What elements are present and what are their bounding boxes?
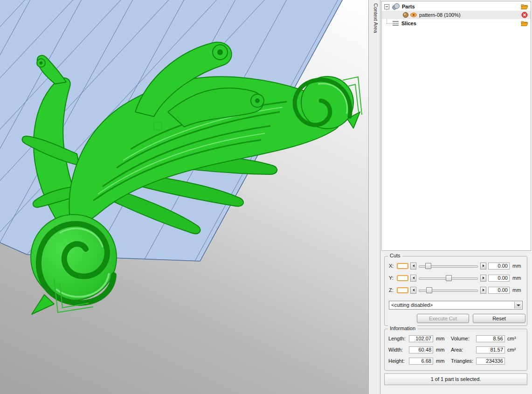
tree-label-parts: Parts xyxy=(402,4,415,9)
height-label: Height: xyxy=(388,358,409,364)
info-row-width: Width: 60.48 mm xyxy=(388,346,444,353)
cut-row-y: Y: 0.00 mm xyxy=(389,274,523,282)
cut-y-unit: mm xyxy=(511,275,523,281)
arrow-left-icon xyxy=(413,264,415,267)
width-label: Width: xyxy=(388,347,409,353)
length-unit: mm xyxy=(436,336,444,341)
visibility-eye-icon[interactable] xyxy=(410,12,417,18)
cut-y-value-input[interactable]: 0.00 xyxy=(488,275,510,282)
open-folder-icon[interactable] xyxy=(521,3,528,10)
parts-tree[interactable]: Parts pattern-08 (100%) xyxy=(381,1,531,251)
part-sphere-icon xyxy=(402,12,409,18)
volume-value-field[interactable]: 8.56 xyxy=(476,335,505,342)
arrow-right-icon xyxy=(483,276,484,279)
slices-icon xyxy=(392,20,400,27)
selection-status-text: 1 of 1 part is selected. xyxy=(431,376,481,382)
cut-axis-y-label: Y: xyxy=(389,275,395,281)
expander-icon[interactable] xyxy=(384,4,389,9)
width-value-field[interactable]: 60.48 xyxy=(409,346,433,353)
info-row-triangles: Triangles: 234336 xyxy=(451,357,507,365)
volume-label: Volume: xyxy=(451,336,476,341)
cut-axis-x-color-field[interactable] xyxy=(397,263,408,269)
context-area-label: Context Area xyxy=(370,3,379,33)
reset-button[interactable]: Reset xyxy=(473,314,525,323)
cut-z-slider[interactable] xyxy=(418,287,478,294)
information-group-title: Information xyxy=(388,325,417,331)
tree-row-parts[interactable]: Parts xyxy=(382,2,531,11)
chevron-down-icon xyxy=(517,304,520,306)
cut-axis-x-label: X: xyxy=(389,263,395,269)
area-label: Area: xyxy=(451,347,476,353)
cut-axis-y-color-field[interactable] xyxy=(397,275,408,281)
cut-z-value-input[interactable]: 0.00 xyxy=(488,287,510,294)
area-value-field[interactable]: 81.57 xyxy=(476,346,505,353)
remove-part-icon[interactable] xyxy=(521,12,528,18)
height-unit: mm xyxy=(436,358,444,364)
slider-right-arrow[interactable] xyxy=(480,275,486,282)
cut-axis-z-label: Z: xyxy=(389,287,395,293)
cut-y-slider-thumb[interactable] xyxy=(446,275,452,281)
context-area-tab[interactable]: Context Area xyxy=(368,0,380,394)
slider-right-arrow[interactable] xyxy=(480,263,486,270)
slider-left-arrow[interactable] xyxy=(410,263,416,270)
area-unit: cm² xyxy=(507,347,516,353)
info-row-volume: Volume: 8.56 cm³ xyxy=(451,335,516,342)
arrow-left-icon xyxy=(413,276,415,279)
volume-unit: cm³ xyxy=(507,336,516,341)
arrow-right-icon xyxy=(483,289,484,291)
cut-x-slider[interactable] xyxy=(418,263,478,270)
cut-y-slider[interactable] xyxy=(418,275,478,282)
length-label: Length: xyxy=(388,336,409,341)
scene-canvas[interactable] xyxy=(0,0,368,394)
open-folder-icon[interactable] xyxy=(521,20,528,27)
slider-left-arrow[interactable] xyxy=(410,287,416,294)
cut-row-x: X: 0.00 mm xyxy=(389,262,523,270)
slider-right-arrow[interactable] xyxy=(480,287,486,294)
tree-row-slices[interactable]: Slices xyxy=(382,19,531,28)
arrow-right-icon xyxy=(483,264,484,267)
cuts-group-title: Cuts xyxy=(388,253,402,258)
selection-status-bar: 1 of 1 part is selected. xyxy=(384,373,527,385)
cutting-mode-dropdown[interactable]: <cutting disabled> xyxy=(389,301,523,310)
cut-x-unit: mm xyxy=(511,263,523,269)
cut-z-unit: mm xyxy=(511,287,523,293)
viewport-3d[interactable] xyxy=(0,0,368,394)
triangles-value-field[interactable]: 234336 xyxy=(476,358,505,365)
execute-cut-button[interactable]: Execute Cut xyxy=(417,314,469,323)
tree-label-slices: Slices xyxy=(401,21,416,26)
info-row-area: Area: 81.57 cm² xyxy=(451,346,516,353)
cut-z-slider-thumb[interactable] xyxy=(426,287,432,293)
tree-label-pattern-08: pattern-08 (100%) xyxy=(419,12,461,18)
right-panel: Parts pattern-08 (100%) xyxy=(380,0,532,394)
application-window: Context Area Parts xyxy=(0,0,532,394)
triangles-label: Triangles: xyxy=(451,358,476,364)
tree-row-pattern-08[interactable]: pattern-08 (100%) xyxy=(382,11,531,19)
width-unit: mm xyxy=(436,347,444,353)
length-value-field[interactable]: 102.07 xyxy=(409,335,433,342)
parts-icon xyxy=(392,3,400,10)
cut-x-slider-thumb[interactable] xyxy=(425,263,431,269)
arrow-left-icon xyxy=(413,289,415,291)
slider-left-arrow[interactable] xyxy=(410,275,416,282)
info-row-height: Height: 6.68 mm xyxy=(388,357,444,365)
information-groupbox: Information Length: 102.07 mm Width: 60.… xyxy=(384,329,527,371)
cut-axis-z-color-field[interactable] xyxy=(397,287,408,293)
cut-x-value-input[interactable]: 0.00 xyxy=(488,263,510,270)
info-row-length: Length: 102.07 mm xyxy=(388,335,444,342)
dropdown-button[interactable] xyxy=(514,302,522,309)
cutting-mode-selected: <cutting disabled> xyxy=(391,302,433,308)
cut-row-z: Z: 0.00 mm xyxy=(389,286,523,294)
cuts-groupbox: Cuts X: 0.00 mm Y: 0.00 mm Z: xyxy=(384,256,527,326)
height-value-field[interactable]: 6.68 xyxy=(409,358,433,365)
